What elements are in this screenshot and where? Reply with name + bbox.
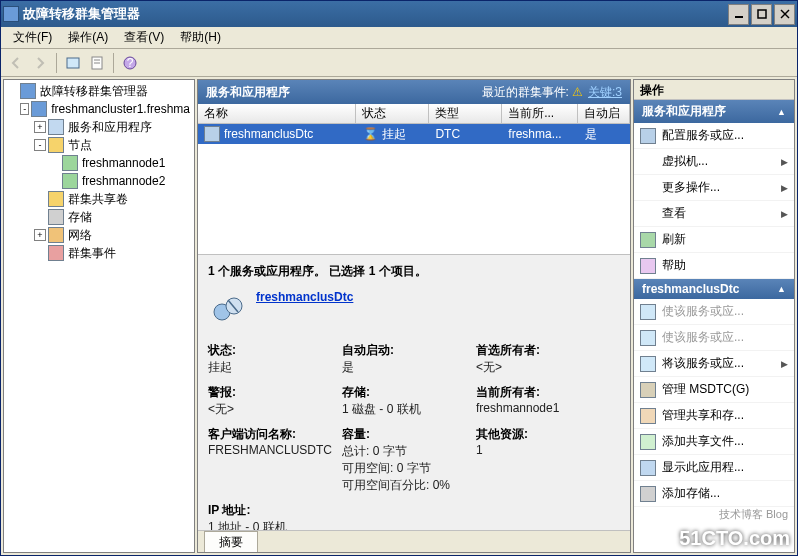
list-header: 名称 状态 类型 当前所... 自动启 <box>198 104 630 124</box>
column-status[interactable]: 状态 <box>356 104 429 123</box>
action-view[interactable]: 查看 ▶ <box>634 201 794 227</box>
nav-back-button[interactable] <box>5 52 27 74</box>
list-row-selected[interactable]: freshmanclusDtc ⌛ 挂起 DTC freshma... 是 <box>198 124 630 144</box>
action-help[interactable]: 帮助 <box>634 253 794 279</box>
actions-section-services[interactable]: 服务和应用程序 ▲ <box>634 100 794 123</box>
tab-summary[interactable]: 摘要 <box>204 531 258 553</box>
tree-node1[interactable]: freshmannode1 <box>6 154 192 172</box>
capacity-pct: 可用空间百分比: 0% <box>342 477 472 494</box>
app-icon <box>3 6 19 22</box>
column-name[interactable]: 名称 <box>198 104 356 123</box>
close-button[interactable] <box>774 4 795 25</box>
column-type[interactable]: 类型 <box>429 104 502 123</box>
actions-panel: 操作 服务和应用程序 ▲ 配置服务或应... 虚拟机... ▶ 更多操作... … <box>633 79 795 553</box>
column-owner[interactable]: 当前所... <box>502 104 578 123</box>
toolbar-separator <box>56 53 57 73</box>
storage-icon <box>48 209 64 225</box>
show-events-icon <box>640 460 656 476</box>
app-item-icon <box>204 126 220 142</box>
actions-section-selected[interactable]: freshmanclusDtc ▲ <box>634 279 794 299</box>
action-refresh-label: 刷新 <box>662 231 686 248</box>
nav-forward-button[interactable] <box>29 52 51 74</box>
action-msdtc-label: 管理 MSDTC(G) <box>662 381 749 398</box>
tree-root[interactable]: 故障转移群集管理器 <box>6 82 192 100</box>
expander-icon[interactable]: + <box>34 121 46 133</box>
toolbar-console-button[interactable] <box>62 52 84 74</box>
action-show-events[interactable]: 显示此应用程... <box>634 455 794 481</box>
tree-node2[interactable]: freshmannode2 <box>6 172 192 190</box>
auto-label: 自动启动: <box>342 342 472 359</box>
tree-services-apps[interactable]: + 服务和应用程序 <box>6 118 192 136</box>
action-more-label: 更多操作... <box>662 179 720 196</box>
summary-line: 1 个服务或应用程序。 已选择 1 个项目。 <box>208 263 620 280</box>
tree-networks[interactable]: + 网络 <box>6 226 192 244</box>
menu-view[interactable]: 查看(V) <box>116 27 172 48</box>
row-type: DTC <box>429 127 502 141</box>
expander-icon[interactable]: - <box>20 103 29 115</box>
action-configure[interactable]: 配置服务或应... <box>634 123 794 149</box>
storage-label: 存储: <box>342 384 472 401</box>
expander-icon[interactable]: + <box>34 229 46 241</box>
titlebar: 故障转移群集管理器 <box>1 1 797 27</box>
action-msdtc[interactable]: 管理 MSDTC(G) <box>634 377 794 403</box>
tree-events-label: 群集事件 <box>66 244 118 263</box>
detail-title-link[interactable]: freshmanclusDtc <box>256 290 353 304</box>
node-icon <box>62 155 78 171</box>
menu-file[interactable]: 文件(F) <box>5 27 60 48</box>
help-icon <box>640 258 656 274</box>
tree-networks-label: 网络 <box>66 226 94 245</box>
action-add-storage[interactable]: 添加存储... <box>634 481 794 507</box>
action-bring-online-label: 使该服务或应... <box>662 303 744 320</box>
pref-owner-label: 首选所有者: <box>476 342 606 359</box>
window-title: 故障转移群集管理器 <box>23 5 726 23</box>
alert-label: 警报: <box>208 384 338 401</box>
expander-icon[interactable]: - <box>34 139 46 151</box>
action-vm[interactable]: 虚拟机... ▶ <box>634 149 794 175</box>
action-more[interactable]: 更多操作... ▶ <box>634 175 794 201</box>
tree-storage-label: 存储 <box>66 208 94 227</box>
tree-events[interactable]: 群集事件 <box>6 244 192 262</box>
column-auto[interactable]: 自动启 <box>578 104 630 123</box>
tree-cluster[interactable]: - freshmancluster1.freshma <box>6 100 192 118</box>
alert-value: <无> <box>208 401 338 418</box>
tree-services-label: 服务和应用程序 <box>66 118 154 137</box>
toolbar-help-button[interactable]: ? <box>119 52 141 74</box>
menu-action[interactable]: 操作(A) <box>60 27 116 48</box>
pref-owner-value: <无> <box>476 359 606 376</box>
tree-csv[interactable]: 群集共享卷 <box>6 190 192 208</box>
action-take-offline-label: 使该服务或应... <box>662 329 744 346</box>
tree-node2-label: freshmannode2 <box>80 173 167 189</box>
tree-panel: 故障转移群集管理器 - freshmancluster1.freshma + 服… <box>3 79 195 553</box>
curr-owner-value: freshmannode1 <box>476 401 606 415</box>
toolbar-properties-button[interactable] <box>86 52 108 74</box>
menubar: 文件(F) 操作(A) 查看(V) 帮助(H) <box>1 27 797 49</box>
menu-help[interactable]: 帮助(H) <box>172 27 229 48</box>
action-vm-label: 虚拟机... <box>662 153 708 170</box>
row-name: freshmanclusDtc <box>224 127 313 141</box>
action-take-offline[interactable]: 使该服务或应... <box>634 325 794 351</box>
maximize-button[interactable] <box>751 4 772 25</box>
svg-rect-1 <box>758 10 766 18</box>
toolbar: ? <box>1 49 797 77</box>
recent-events-label: 最近的群集事件: <box>482 85 569 99</box>
ip-label: IP 地址: <box>208 502 338 519</box>
action-add-share[interactable]: 添加共享文件... <box>634 429 794 455</box>
action-add-share-label: 添加共享文件... <box>662 433 744 450</box>
action-bring-online[interactable]: 使该服务或应... <box>634 299 794 325</box>
capacity-total: 总计: 0 字节 <box>342 443 472 460</box>
row-owner: freshma... <box>502 127 578 141</box>
move-icon <box>640 356 656 372</box>
action-manage-share[interactable]: 管理共享和存... <box>634 403 794 429</box>
action-move[interactable]: 将该服务或应... ▶ <box>634 351 794 377</box>
minimize-button[interactable] <box>728 4 749 25</box>
other-res-label: 其他资源: <box>476 426 606 443</box>
action-configure-label: 配置服务或应... <box>662 127 744 144</box>
auto-value: 是 <box>342 359 472 376</box>
action-refresh[interactable]: 刷新 <box>634 227 794 253</box>
storage-value: 1 磁盘 - 0 联机 <box>342 401 472 418</box>
client-label: 客户端访问名称: <box>208 426 338 443</box>
recent-events-link[interactable]: 关键:3 <box>588 85 622 99</box>
client-value: FRESHMANCLUSDTC <box>208 443 338 457</box>
tree-storage[interactable]: 存储 <box>6 208 192 226</box>
tree-nodes[interactable]: - 节点 <box>6 136 192 154</box>
